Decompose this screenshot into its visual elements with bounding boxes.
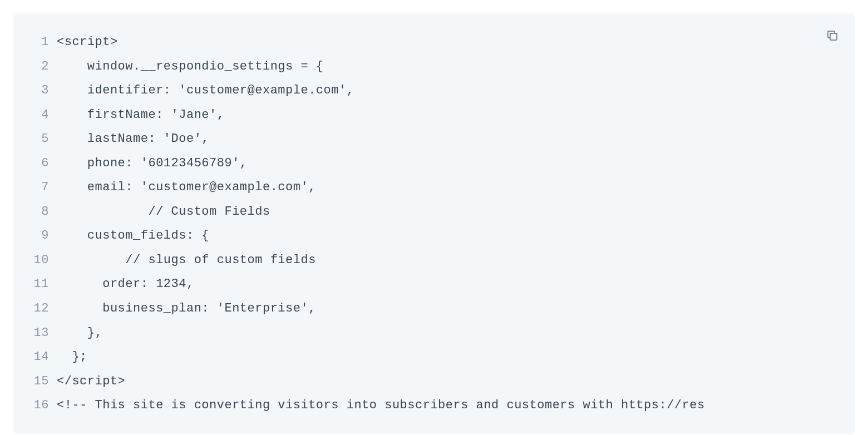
code-block-container: 1<script>2 window.__respondio_settings =… [13,13,855,434]
line-content: custom_fields: { [57,224,209,248]
code-line: 2 window.__respondio_settings = { [24,55,844,79]
svg-rect-0 [830,33,837,40]
code-line: 1<script> [24,30,844,55]
code-line: 12 business_plan: 'Enterprise', [24,296,844,321]
line-number: 14 [24,345,49,369]
line-number: 15 [24,369,49,394]
line-content: <!-- This site is converting visitors in… [57,393,705,418]
code-line: 5 lastName: 'Doe', [24,127,844,151]
code-line: 13 }, [24,321,844,345]
code-block: 1<script>2 window.__respondio_settings =… [24,30,844,418]
line-number: 2 [24,55,49,79]
line-content: identifier: 'customer@example.com', [57,78,354,103]
line-number: 6 [24,151,49,176]
code-line: 6 phone: '60123456789', [24,151,844,176]
line-number: 8 [24,200,49,224]
copy-icon [826,29,839,45]
line-number: 12 [24,296,49,321]
line-number: 4 [24,103,49,127]
code-line: 14 }; [24,345,844,369]
copy-button[interactable] [826,29,839,45]
line-content: }; [57,345,87,369]
line-content: email: 'customer@example.com', [57,175,316,200]
code-line: 4 firstName: 'Jane', [24,103,844,127]
code-line: 8 // Custom Fields [24,200,844,224]
code-line: 15</script> [24,369,844,394]
code-line: 10 // slugs of custom fields [24,248,844,273]
line-content: business_plan: 'Enterprise', [57,296,316,321]
line-number: 16 [24,393,49,418]
line-number: 10 [24,248,49,273]
line-content: // slugs of custom fields [57,248,316,273]
line-number: 11 [24,272,49,296]
code-line: 11 order: 1234, [24,272,844,296]
line-content: lastName: 'Doe', [57,127,209,151]
line-content: window.__respondio_settings = { [57,55,324,79]
code-line: 16<!-- This site is converting visitors … [24,393,844,418]
line-content: // Custom Fields [57,200,270,224]
line-number: 3 [24,78,49,103]
line-content: firstName: 'Jane', [57,103,224,127]
code-line: 9 custom_fields: { [24,224,844,248]
line-number: 7 [24,175,49,200]
line-content: </script> [57,369,125,394]
line-content: }, [57,321,102,345]
line-content: <script> [57,30,118,55]
line-content: order: 1234, [57,272,194,296]
line-content: phone: '60123456789', [57,151,248,176]
line-number: 9 [24,224,49,248]
code-line: 3 identifier: 'customer@example.com', [24,78,844,103]
code-line: 7 email: 'customer@example.com', [24,175,844,200]
line-number: 1 [24,30,49,55]
line-number: 5 [24,127,49,151]
line-number: 13 [24,321,49,345]
